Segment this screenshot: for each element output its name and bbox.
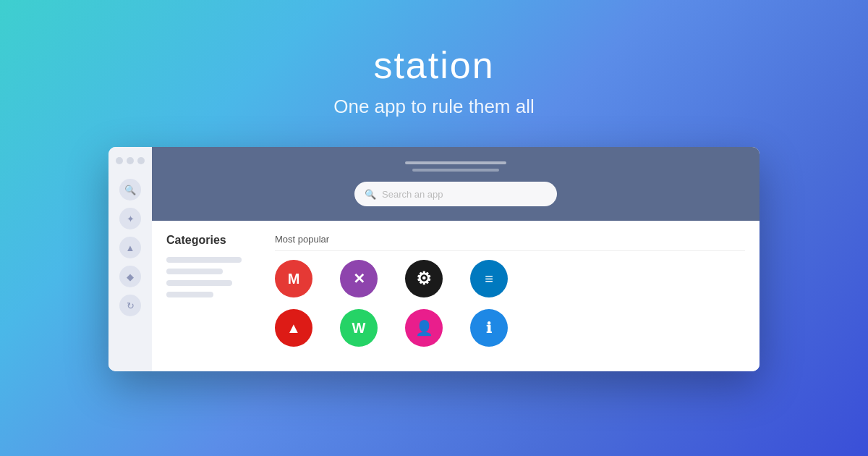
app-icon-trello[interactable]: ≡	[470, 260, 508, 297]
header-line-2	[412, 169, 499, 172]
sidebar-icon-star[interactable]: ✦	[119, 208, 141, 229]
content-area: Categories Most popular M ✕	[152, 221, 760, 371]
category-line-1	[166, 257, 242, 263]
app-window-mockup: 🔍 ✦ ▲ ◆ ↻ 🔍 Search an app Categories	[109, 147, 760, 371]
app-icon-user[interactable]: 👤	[405, 309, 443, 347]
app-xmind-letter: ✕	[353, 270, 365, 287]
header-line-1	[405, 161, 506, 164]
header-lines	[405, 161, 506, 172]
app-info-letter: ℹ	[486, 319, 492, 337]
sidebar-icon-triangle[interactable]: ▲	[119, 237, 141, 258]
search-bar[interactable]: 🔍 Search an app	[354, 182, 557, 206]
app-trello-letter: ≡	[485, 271, 493, 287]
sidebar-icon-diamond[interactable]: ◆	[119, 266, 141, 287]
app-github-letter: ⚙	[416, 269, 432, 289]
search-placeholder-text: Search an app	[382, 189, 443, 200]
app-user-letter: 👤	[415, 319, 433, 337]
search-header: 🔍 Search an app	[152, 147, 760, 221]
sidebar-icon-search[interactable]: 🔍	[119, 179, 141, 200]
category-line-2	[166, 269, 223, 274]
categories-column: Categories	[166, 234, 260, 358]
app-sidebar: 🔍 ✦ ▲ ◆ ↻	[109, 147, 152, 371]
hero-subtitle: One app to rule them all	[333, 96, 535, 118]
sidebar-icon-refresh[interactable]: ↻	[119, 295, 141, 316]
app-icon-github[interactable]: ⚙	[405, 260, 443, 297]
categories-title: Categories	[166, 234, 260, 247]
section-label: Most popular	[275, 234, 745, 251]
app-angular-letter: ▲	[286, 320, 301, 337]
apps-grid: M ✕ ⚙ ≡ ▲ W	[275, 260, 745, 347]
hero-title: station	[373, 43, 494, 87]
app-icon-gmail[interactable]: M	[275, 260, 312, 297]
window-controls	[116, 157, 145, 164]
main-area: 🔍 Search an app Categories Most popular	[152, 147, 760, 371]
app-icon-whatsapp[interactable]: W	[340, 309, 378, 347]
app-icon-xmind[interactable]: ✕	[340, 260, 378, 297]
app-whatsapp-letter: W	[352, 320, 366, 337]
app-icon-info[interactable]: ℹ	[470, 309, 508, 347]
window-dot-2	[127, 157, 134, 164]
app-gmail-letter: M	[288, 271, 300, 287]
category-line-4	[166, 292, 213, 297]
window-dot-1	[116, 157, 123, 164]
app-icon-angular[interactable]: ▲	[275, 309, 312, 347]
apps-column: Most popular M ✕ ⚙ ≡	[275, 234, 745, 358]
window-dot-3	[137, 157, 145, 164]
category-line-3	[166, 280, 232, 286]
search-icon: 🔍	[365, 189, 376, 200]
